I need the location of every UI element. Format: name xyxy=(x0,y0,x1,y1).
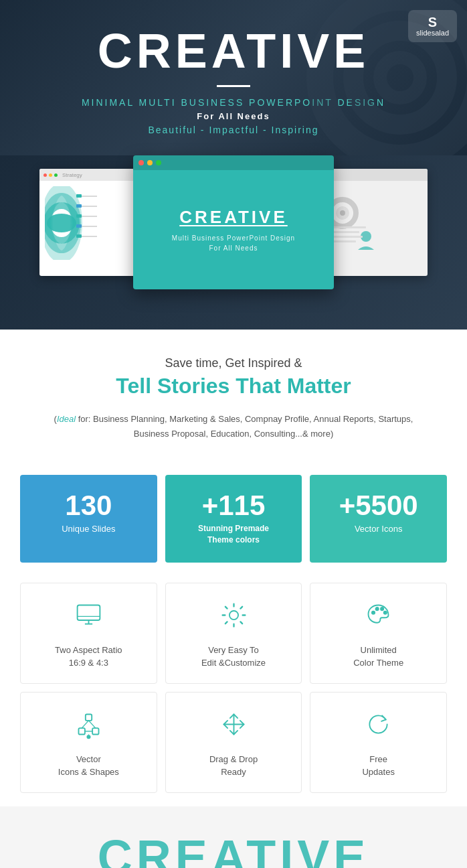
svg-point-35 xyxy=(375,607,379,611)
footer-cta: CREATIVE Create Your Outstanding Present… xyxy=(0,806,467,868)
svg-point-44 xyxy=(87,735,90,739)
dot-yellow xyxy=(147,160,153,165)
stat-label-icons: Vector Icons xyxy=(320,523,437,535)
svg-rect-11 xyxy=(76,214,82,218)
svg-line-42 xyxy=(88,721,95,728)
svg-point-34 xyxy=(372,611,375,614)
hero-section: S slidesalad CREATIVE Minimal Multi Busi… xyxy=(0,0,467,155)
svg-point-3 xyxy=(47,214,76,232)
stat-label-slides: Unique Slides xyxy=(30,523,147,535)
stat-number-icons: +5500 xyxy=(320,492,437,520)
slide-main-content: CREATIVE Multi Business PowerPoint Desig… xyxy=(133,170,334,289)
monitor-icon xyxy=(72,600,105,634)
dot-green-sm xyxy=(54,173,58,177)
svg-point-23 xyxy=(340,210,345,216)
svg-rect-29 xyxy=(77,605,100,620)
stat-label-colors-line2: Theme colors xyxy=(175,534,292,546)
palette-icon xyxy=(362,600,395,634)
hero-divider xyxy=(217,85,250,87)
settings-icon xyxy=(217,600,250,634)
feature-title-aspect: Two Aspect Ratio 16:9 & 4:3 xyxy=(31,644,147,670)
stat-card-slides: 130 Unique Slides xyxy=(20,475,157,563)
svg-rect-13 xyxy=(76,234,82,238)
content-section: Save time, Get Inspired & Tell Stories T… xyxy=(0,330,467,461)
feature-title-edit: Very Easy To Edit &Customize xyxy=(176,644,292,670)
stat-number-colors: +115 xyxy=(175,492,292,520)
feature-title-color: Unlimited Color Theme xyxy=(320,644,436,670)
svg-rect-38 xyxy=(78,728,84,734)
features-row-2: Vector Icons & Shapes Drag & Drop Ready xyxy=(20,692,447,793)
stat-number-slides: 130 xyxy=(30,492,147,520)
svg-point-33 xyxy=(229,611,238,620)
svg-rect-39 xyxy=(92,728,98,734)
dot-green xyxy=(156,160,161,165)
svg-line-41 xyxy=(82,721,88,728)
mockup-section: Strategy xyxy=(0,155,467,330)
features-grid: Two Aspect Ratio 16:9 & 4:3 Very Easy To… xyxy=(0,576,467,806)
svg-rect-27 xyxy=(333,236,363,238)
svg-point-37 xyxy=(384,611,387,614)
slide-main-top xyxy=(133,155,334,170)
stats-grid: 130 Unique Slides +115 Stunning Premade … xyxy=(0,461,467,576)
svg-rect-28 xyxy=(333,240,356,242)
feature-aspect-ratio: Two Aspect Ratio 16:9 & 4:3 xyxy=(20,583,157,684)
hero-for-all: For All Needs xyxy=(13,111,454,121)
drag-drop-icon xyxy=(217,709,250,743)
features-row-1: Two Aspect Ratio 16:9 & 4:3 Very Easy To… xyxy=(20,583,447,684)
infographic-circles-svg xyxy=(45,186,98,260)
svg-rect-10 xyxy=(76,204,82,208)
feature-color: Unlimited Color Theme xyxy=(310,583,447,684)
left-slide-label: Strategy xyxy=(62,172,82,178)
slide-preview-title: CREATIVE xyxy=(179,207,288,228)
slide-main: CREATIVE Multi Business PowerPoint Desig… xyxy=(133,155,334,289)
stat-card-icons: +5500 Vector Icons xyxy=(310,475,447,563)
ideal-word: Ideal xyxy=(57,414,76,424)
footer-title: CREATIVE xyxy=(13,833,454,868)
hero-subtitle: Minimal Multi Business PowerPoint Design xyxy=(13,97,454,108)
feature-drag-drop: Drag & Drop Ready xyxy=(165,692,302,793)
feature-title-drag: Drag & Drop Ready xyxy=(176,753,292,779)
ideal-text: (Ideal for: Business Planning, Marketing… xyxy=(39,412,428,441)
svg-rect-40 xyxy=(86,714,92,720)
svg-rect-26 xyxy=(333,231,359,233)
dot-red xyxy=(138,160,144,165)
mockup-container: Strategy xyxy=(39,155,428,303)
vector-icon xyxy=(72,709,105,743)
refresh-icon xyxy=(362,709,395,743)
hero-tagline: Beautiful - Impactful - Inspiring xyxy=(13,125,454,135)
dot-yellow-sm xyxy=(49,173,52,177)
svg-rect-25 xyxy=(333,226,366,228)
svg-rect-12 xyxy=(76,224,82,228)
svg-rect-9 xyxy=(76,194,82,198)
slide-preview-subtitle: Multi Business PowerPoint Design For All… xyxy=(172,233,295,253)
feature-title-updates: Free Updates xyxy=(320,753,436,779)
feature-updates: Free Updates xyxy=(310,692,447,793)
feature-vector: Vector Icons & Shapes xyxy=(20,692,157,793)
feature-title-vector: Vector Icons & Shapes xyxy=(31,753,147,779)
stat-label-colors-line1: Stunning Premade xyxy=(175,523,292,534)
dot-red-sm xyxy=(43,173,47,177)
save-time-text: Save time, Get Inspired & xyxy=(20,356,447,370)
tell-stories-heading: Tell Stories That Matter xyxy=(20,374,447,399)
stat-card-colors: +115 Stunning Premade Theme colors xyxy=(165,475,302,563)
svg-point-36 xyxy=(381,607,384,611)
hero-title: CREATIVE xyxy=(13,27,454,75)
feature-edit: Very Easy To Edit &Customize xyxy=(165,583,302,684)
